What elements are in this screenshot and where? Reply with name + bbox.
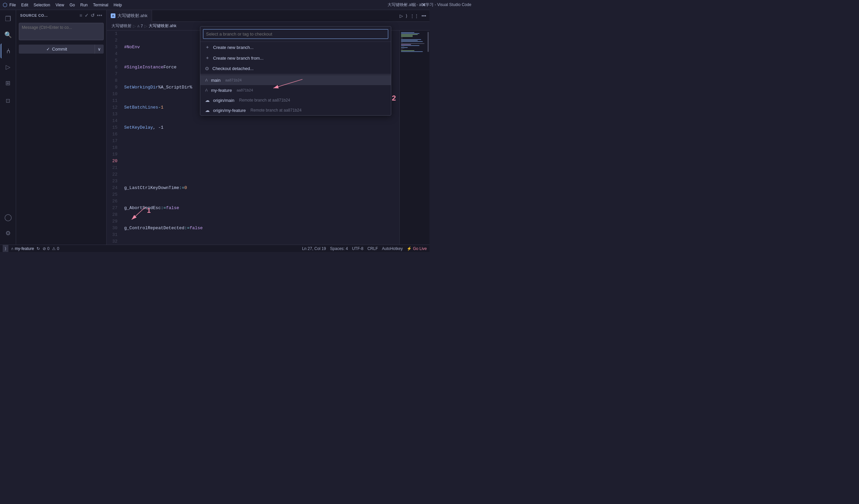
line-numbers: 1 2 3 4 5 6 7 8 9 10 11 12 13 14 15 16 1 [107, 31, 121, 245]
activity-source-control[interactable]: ⑃ [1, 44, 15, 58]
branch-picker-input[interactable] [203, 29, 388, 39]
menu-run[interactable]: Run [80, 3, 88, 7]
branch-origin-my-feature-desc: Remote branch at aa871b24 [251, 108, 302, 113]
breadcrumb-sep-2: ▷ [144, 24, 147, 29]
minimap-l4 [401, 35, 413, 36]
ln-19: 19 [107, 151, 118, 158]
ln-29: 29 [107, 218, 118, 225]
activity-search[interactable]: 🔍 [1, 28, 15, 42]
sidebar-check-icon[interactable]: ✓ [85, 13, 89, 18]
statusbar-line-ending[interactable]: CRLF [367, 246, 378, 251]
breadcrumb-file[interactable]: 大写键映射.ahk [149, 23, 177, 29]
debug-icon[interactable]: ⟩ [406, 13, 407, 18]
menu-selection[interactable]: Selection [33, 3, 50, 7]
menu-help[interactable]: Help [114, 3, 122, 7]
statusbar-sync[interactable]: ↻ [36, 246, 40, 251]
activity-bar: ❐ 🔍 ⑃ ▷ ⊞ ⊡ ◯ ⚙ [0, 10, 16, 245]
statusbar-language[interactable]: AutoHotkey [382, 246, 403, 251]
minimap-l17 [401, 48, 404, 49]
window-title: 大写键映射.ahk - ahk学习 - Visual Studio Code [388, 2, 430, 8]
menu-go[interactable]: Go [70, 3, 75, 7]
vscode-icon: ⬡ [3, 2, 7, 8]
detach-icon: ⊙ [205, 66, 209, 71]
statusbar-errors[interactable]: ⊘ 0 [43, 246, 49, 251]
minimap-scroll[interactable] [427, 32, 429, 52]
ln-3: 3 [107, 44, 118, 51]
ln-6: 6 [107, 64, 118, 71]
commit-message-input[interactable] [19, 23, 104, 40]
menu-edit[interactable]: Edit [21, 3, 28, 7]
ln-22: 22 [107, 171, 118, 178]
ln-12: 12 [107, 104, 118, 111]
run-icon[interactable]: ▷ [400, 13, 403, 18]
titlebar: ⬡ File Edit Selection View Go Run Termin… [0, 0, 430, 10]
activity-run[interactable]: ▷ [1, 60, 15, 74]
ln-7: 7 [107, 71, 118, 77]
plus-icon-2: ＋ [205, 55, 210, 61]
commit-label: Commit [52, 47, 67, 52]
breadcrumb-branch[interactable]: ⑃ 7 [137, 24, 143, 29]
statusbar-remote[interactable]: ⟩ [3, 245, 9, 252]
commit-dropdown-button[interactable]: ∨ [95, 45, 104, 53]
branch-picker-list: ＋ Create new branch... ＋ Create new bran… [200, 42, 391, 115]
statusbar-golive[interactable]: ⚡ Go Live [407, 246, 427, 251]
branch-origin-my-feature[interactable]: ☁ origin/my-feature Remote branch at aa8… [200, 105, 391, 115]
ln-15: 15 [107, 124, 118, 131]
branch-picker[interactable]: ＋ Create new branch... ＋ Create new bran… [200, 26, 391, 115]
tab-label: 大写键映射.ahk [118, 13, 148, 19]
sidebar-header: SOURCE CO... ≡ ✓ ↺ ••• [16, 10, 106, 21]
statusbar-branch[interactable]: ⑃ my-feature [11, 246, 34, 251]
commit-check-icon: ✓ [46, 47, 50, 52]
menu-terminal[interactable]: Terminal [93, 3, 108, 7]
code-line-6 [124, 144, 399, 151]
branch-checkout-detached[interactable]: ⊙ Checkout detached... [200, 63, 391, 74]
ln-23: 23 [107, 178, 118, 185]
statusbar-spaces[interactable]: Spaces: 4 [330, 246, 348, 251]
ln-16: 16 [107, 131, 118, 138]
branch-icon-myfeature: ⑃ [205, 88, 208, 93]
ln-8: 8 [107, 77, 118, 84]
ln-4: 4 [107, 51, 118, 57]
commit-button[interactable]: ✓ Commit [19, 45, 95, 53]
branch-main[interactable]: ⑃ main aa871b24 [200, 75, 391, 85]
sidebar-more-icon[interactable]: ••• [97, 13, 102, 18]
branch-create-new[interactable]: ＋ Create new branch... [200, 42, 391, 52]
editor-tabs: A 大写键映射.ahk ▷ ⟩ ⋮⋮ ••• [107, 10, 430, 22]
statusbar-warnings[interactable]: ⚠ 0 [52, 246, 59, 251]
branch-checkout-detached-label: Checkout detached... [212, 66, 254, 71]
statusbar-left: ⟩ ⑃ my-feature ↻ ⊘ 0 ⚠ 0 [3, 245, 59, 252]
code-line-8: g_LastCtrlKeyDownTime := 0 [124, 185, 399, 191]
menu-file[interactable]: File [10, 3, 16, 7]
ln-9: 9 [107, 84, 118, 91]
sidebar-refresh-icon[interactable]: ↺ [91, 13, 95, 18]
titlebar-left: ⬡ File Edit Selection View Go Run Termin… [3, 2, 122, 8]
branch-picker-divider [200, 74, 391, 74]
ln-25: 25 [107, 191, 118, 198]
editor-tab-main[interactable]: A 大写键映射.ahk [107, 10, 152, 22]
activity-remote[interactable]: ⊡ [1, 93, 15, 108]
activity-extensions[interactable]: ⊞ [1, 76, 15, 91]
main-layout: ❐ 🔍 ⑃ ▷ ⊞ ⊡ ◯ ⚙ SOURCE CO... ≡ ✓ ↺ ••• ✓ [0, 10, 430, 245]
activity-accounts[interactable]: ◯ [1, 210, 15, 224]
branch-create-from[interactable]: ＋ Create new branch from... [200, 52, 391, 63]
branch-origin-main[interactable]: ☁ origin/main Remote branch at aa871b24 [200, 95, 391, 105]
ln-2: 2 [107, 37, 118, 44]
activity-settings[interactable]: ⚙ [1, 226, 15, 241]
minimap-l2 [401, 33, 419, 34]
statusbar-ln-col[interactable]: Ln 27, Col 19 [302, 246, 326, 251]
minimap-l11 [401, 42, 403, 43]
code-line-10: g_ControlRepeatDetected := false [124, 225, 399, 232]
minimap-l3 [401, 34, 418, 35]
menu-view[interactable]: View [55, 3, 64, 7]
minimap-l19 [401, 50, 415, 51]
minimap-content [400, 31, 430, 53]
branch-my-feature[interactable]: ⑃ my-feature aa871b24 [200, 85, 391, 95]
activity-explorer[interactable]: ❐ [1, 11, 15, 26]
breadcrumb-folder[interactable]: 大写键映射 [111, 23, 132, 29]
code-line-5: SetKeyDelay, -1 [124, 124, 399, 131]
sidebar-menu-icon[interactable]: ≡ [79, 13, 82, 18]
more-icon[interactable]: ••• [421, 13, 426, 18]
statusbar-encoding[interactable]: UTF-8 [352, 246, 363, 251]
remote-icon: ⟩ [5, 246, 6, 251]
split-icon[interactable]: ⋮⋮ [410, 13, 419, 18]
